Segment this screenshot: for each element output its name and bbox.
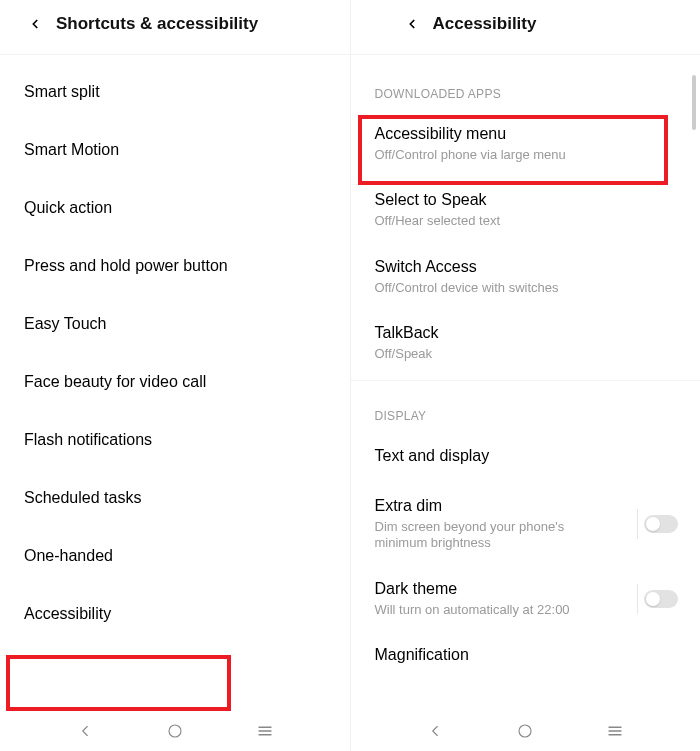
divider — [637, 509, 638, 539]
setting-text-display[interactable]: Text and display — [351, 433, 701, 483]
setting-dark-theme[interactable]: Dark theme Will turn on automatically at… — [351, 566, 701, 632]
back-icon[interactable] — [401, 13, 423, 35]
setting-select-to-speak[interactable]: Select to Speak Off/Hear selected text — [351, 177, 701, 243]
item-smart-split[interactable]: Smart split — [0, 63, 350, 121]
right-panel: Accessibility DOWNLOADED APPS Accessibil… — [351, 0, 701, 751]
left-content: Smart split Smart Motion Quick action Pr… — [0, 55, 350, 711]
nav-back-icon[interactable] — [74, 720, 96, 742]
toggle-dark-theme[interactable] — [644, 590, 678, 608]
svg-point-0 — [169, 725, 181, 737]
divider — [637, 584, 638, 614]
nav-back-icon[interactable] — [424, 720, 446, 742]
setting-switch-access[interactable]: Switch Access Off/Control device with sw… — [351, 244, 701, 310]
scrollbar[interactable] — [692, 75, 696, 130]
right-navbar — [351, 711, 701, 751]
item-press-hold-power[interactable]: Press and hold power button — [0, 237, 350, 295]
nav-home-icon[interactable] — [514, 720, 536, 742]
item-accessibility[interactable]: Accessibility — [0, 585, 350, 643]
right-title: Accessibility — [433, 14, 537, 34]
right-content: DOWNLOADED APPS Accessibility menu Off/C… — [351, 55, 701, 711]
setting-magnification[interactable]: Magnification — [351, 632, 701, 682]
item-face-beauty[interactable]: Face beauty for video call — [0, 353, 350, 411]
divider — [351, 380, 701, 381]
left-panel: Shortcuts & accessibility Smart split Sm… — [0, 0, 351, 751]
item-easy-touch[interactable]: Easy Touch — [0, 295, 350, 353]
nav-recent-icon[interactable] — [604, 720, 626, 742]
section-downloaded-apps: DOWNLOADED APPS — [351, 63, 701, 111]
section-display: DISPLAY — [351, 385, 701, 433]
item-quick-action[interactable]: Quick action — [0, 179, 350, 237]
setting-extra-dim[interactable]: Extra dim Dim screen beyond your phone's… — [351, 483, 701, 566]
item-one-handed[interactable]: One-handed — [0, 527, 350, 585]
item-smart-motion[interactable]: Smart Motion — [0, 121, 350, 179]
left-header: Shortcuts & accessibility — [0, 0, 350, 54]
left-title: Shortcuts & accessibility — [56, 14, 258, 34]
setting-talkback[interactable]: TalkBack Off/Speak — [351, 310, 701, 376]
nav-recent-icon[interactable] — [254, 720, 276, 742]
back-icon[interactable] — [24, 13, 46, 35]
item-flash-notifications[interactable]: Flash notifications — [0, 411, 350, 469]
svg-point-4 — [519, 725, 531, 737]
toggle-extra-dim[interactable] — [644, 515, 678, 533]
item-scheduled-tasks[interactable]: Scheduled tasks — [0, 469, 350, 527]
setting-accessibility-menu[interactable]: Accessibility menu Off/Control phone via… — [351, 111, 701, 177]
right-header: Accessibility — [351, 0, 701, 54]
nav-home-icon[interactable] — [164, 720, 186, 742]
left-navbar — [0, 711, 350, 751]
